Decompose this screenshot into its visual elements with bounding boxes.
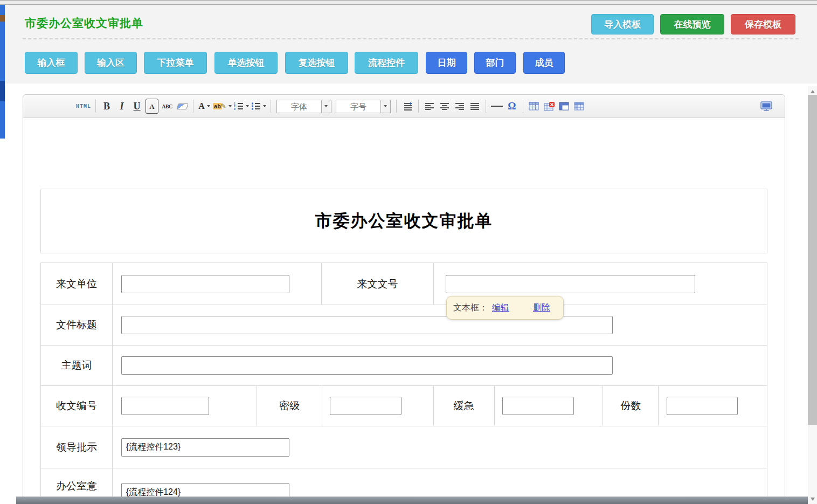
widget-department-button[interactable]: 部门 <box>474 52 516 74</box>
tooltip-label: 文本框： <box>453 302 488 314</box>
editor-toolbar: HTML B I U A ABC A ab ✎ 1 2 <box>23 95 785 118</box>
toolbar-separator <box>271 100 271 113</box>
tooltip-edit-link[interactable]: 编辑 <box>492 302 509 314</box>
chevron-down-icon <box>324 105 328 107</box>
cell-properties-button[interactable] <box>558 99 571 114</box>
chevron-down-icon <box>207 105 210 107</box>
italic-button[interactable]: I <box>115 99 128 114</box>
table-row: 主题词 <box>41 346 767 386</box>
arrow-up-icon <box>811 90 815 93</box>
secrecy-input[interactable] <box>330 397 401 415</box>
tooltip-delete-link[interactable]: 删除 <box>533 302 550 314</box>
table-properties-icon <box>574 102 584 111</box>
scroll-down-button[interactable] <box>808 495 817 503</box>
widget-checkbox-button[interactable]: 复选按钮 <box>285 52 348 74</box>
align-right-button[interactable] <box>453 99 466 114</box>
label-secrecy: 密级 <box>257 386 322 426</box>
doc-number-input[interactable] <box>446 275 695 293</box>
subject-input[interactable] <box>121 356 613 375</box>
label-doc-title: 文件标题 <box>41 305 113 345</box>
fullscreen-button[interactable] <box>760 99 773 114</box>
window-bottom-edge <box>16 496 808 504</box>
insert-table-button[interactable] <box>528 99 541 114</box>
font-family-select[interactable]: 字体 <box>276 100 331 113</box>
delete-table-icon <box>544 102 555 111</box>
label-receipt-number: 收文编号 <box>41 386 113 426</box>
ordered-list-button[interactable]: 1 2 3 <box>234 99 249 114</box>
font-color-button[interactable]: A <box>198 99 211 114</box>
copies-input[interactable] <box>667 397 738 415</box>
strikethrough-button[interactable]: ABC <box>161 99 174 114</box>
special-char-button[interactable]: Ω <box>506 99 518 114</box>
urgency-input[interactable] <box>502 397 574 415</box>
background-window-edge <box>0 5 5 139</box>
align-center-button[interactable] <box>438 99 451 114</box>
align-left-button[interactable] <box>423 99 436 114</box>
save-template-button[interactable]: 保存模板 <box>731 14 795 34</box>
cell-secrecy <box>322 386 434 426</box>
font-size-select[interactable]: 字号 <box>336 100 391 113</box>
form-title-box: 市委办公室收文审批单 <box>40 189 767 253</box>
pencil-icon: ✎ <box>221 102 226 110</box>
widget-flow-control-button[interactable]: 流程控件 <box>355 52 418 74</box>
unordered-list-button[interactable] <box>251 99 266 114</box>
background-window-mark <box>0 15 5 22</box>
cell-properties-icon <box>559 102 569 111</box>
align-center-icon <box>440 102 449 110</box>
eraser-icon <box>176 103 189 109</box>
bold-button[interactable]: B <box>100 99 113 114</box>
label-urgency: 缓急 <box>434 386 495 426</box>
toolbar-separator <box>396 100 397 113</box>
font-size-dropdown-button[interactable] <box>380 100 390 113</box>
horizontal-rule-button[interactable] <box>490 99 503 114</box>
widget-member-button[interactable]: 成员 <box>523 52 565 74</box>
online-preview-button[interactable]: 在线预览 <box>660 14 724 34</box>
widget-date-button[interactable]: 日期 <box>426 52 467 74</box>
form-table: 来文单位 来文文号 文件标题 主题词 收文编号 <box>40 263 767 504</box>
header-divider <box>23 38 799 39</box>
font-style-icon[interactable]: A <box>146 99 158 114</box>
widget-tooltip: 文本框： 编辑 删除 <box>446 296 564 320</box>
widget-input-box-button[interactable]: 输入框 <box>25 52 78 74</box>
scrollbar-thumb[interactable] <box>808 95 817 425</box>
widget-textarea-button[interactable]: 输入区 <box>85 52 137 74</box>
font-color-icon: A <box>198 101 205 111</box>
vertical-scrollbar[interactable] <box>808 86 817 504</box>
align-justify-icon <box>470 102 480 110</box>
widget-dropdown-button[interactable]: 下拉菜单 <box>144 52 207 74</box>
ordered-list-icon: 1 2 3 <box>234 102 244 110</box>
highlight-color-button[interactable]: ab ✎ <box>213 99 232 114</box>
receipt-number-input[interactable] <box>121 397 209 415</box>
horizontal-rule-icon <box>491 106 503 107</box>
background-window-mark <box>0 81 5 101</box>
unordered-list-icon <box>251 102 261 110</box>
table-properties-button[interactable] <box>573 99 586 114</box>
cell-copies <box>659 386 767 426</box>
header: 市委办公室收文审批单 导入模板 在线预览 保存模板 输入框 输入区 下拉菜单 单… <box>5 5 817 84</box>
toolbar-separator <box>523 100 523 113</box>
align-right-icon <box>455 102 465 110</box>
widget-radio-button[interactable]: 单选按钮 <box>214 52 278 74</box>
cell-urgency <box>495 386 604 426</box>
underline-button[interactable]: U <box>130 99 143 114</box>
monitor-icon <box>760 101 772 111</box>
form-designer-screen: 市委办公室收文审批单 导入模板 在线预览 保存模板 输入框 输入区 下拉菜单 单… <box>0 0 817 504</box>
align-justify-button[interactable] <box>468 99 481 114</box>
leader-note-input[interactable] <box>121 438 289 457</box>
delete-table-button[interactable] <box>543 99 556 114</box>
cell-receipt-number <box>113 386 258 426</box>
cell-source-unit <box>113 263 322 305</box>
label-subject: 主题词 <box>41 346 113 385</box>
font-family-dropdown-button[interactable] <box>321 100 331 113</box>
scroll-up-button[interactable] <box>808 87 817 95</box>
import-template-button[interactable]: 导入模板 <box>591 14 654 34</box>
arrow-down-icon <box>811 498 815 501</box>
source-unit-input[interactable] <box>121 275 289 293</box>
chevron-down-icon <box>263 105 266 107</box>
remove-format-button[interactable] <box>176 99 189 114</box>
chevron-down-icon <box>246 105 249 107</box>
cell-subject <box>113 346 767 385</box>
html-source-button[interactable]: HTML <box>76 99 91 114</box>
label-source-unit: 来文单位 <box>41 263 113 305</box>
indent-button[interactable] <box>401 99 414 114</box>
